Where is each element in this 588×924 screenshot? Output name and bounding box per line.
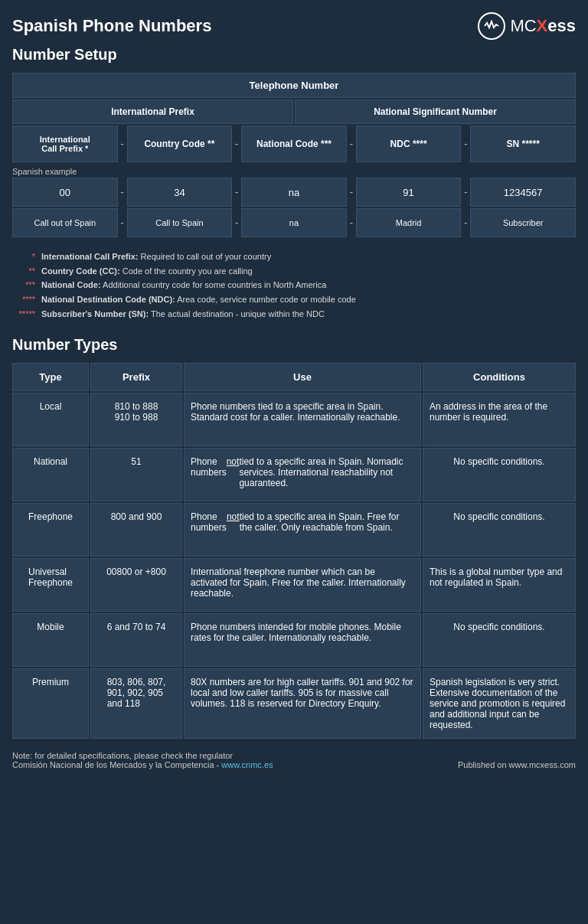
use-mobile: Phone numbers intended for mobile phones… [184,613,421,667]
type-universal-freephone: Universal Freephone [12,558,89,612]
note-text-3: National Code: Additional country code f… [41,278,576,292]
name-madrid: Madrid [356,208,462,237]
number-types-title: Number Types [12,336,576,354]
footer-right: Published on www.mcxess.com [458,760,576,769]
col-use: Use [184,363,421,391]
conditions-local: An address in the area of the number is … [423,393,576,446]
col-prefix: Prefix [90,363,182,391]
table-row-freephone: Freephone 800 and 900 Phone numbers not … [12,503,576,557]
footer-regulator: Comisión Nacional de los Mercados y la C… [12,760,273,769]
use-freephone: Phone numbers not tied to a specific are… [184,503,421,557]
name-call-to-spain: Call to Spain [127,208,233,237]
note-text-1: International Call Prefix: Required to c… [41,250,576,264]
table-header-row: Type Prefix Use Conditions [12,363,576,391]
telephone-number-label: Telephone Number [12,73,576,98]
note-text-2: Country Code (CC): Code of the country y… [41,264,576,279]
note-row-1: * International Call Prefix: Required to… [12,250,576,264]
example-values-row: 00 - 34 - na - 91 - 1234567 [12,178,576,207]
sep-v3: - [347,178,356,207]
value-1234567: 1234567 [470,178,576,207]
conditions-freephone: No specific conditions. [423,503,576,557]
name-subscriber: Subscriber [470,208,576,237]
page-title: Spanish Phone Numbers [12,16,211,36]
conditions-mobile: No specific conditions. [423,613,576,667]
sep-v2: - [232,178,241,207]
page-header: Spanish Phone Numbers MCXess [12,12,576,40]
number-types-section: Number Types Type Prefix Use Conditions … [12,336,576,739]
footer-regulator-label: Comisión Nacional de los Mercados y la C… [12,760,221,769]
example-names-row: Call out of Spain - Call to Spain - na -… [12,208,576,237]
footer-left: Note: for detailed specifications, pleas… [12,751,273,769]
sep-n4: - [461,208,470,237]
logo-text: MCXess [510,16,576,36]
note-row-2: ** Country Code (CC): Code of the countr… [12,264,576,279]
use-universal-freephone: International freephone number which can… [184,558,421,612]
table-row-local: Local 810 to 888 910 to 988 Phone number… [12,393,576,446]
codes-row: International Call Prefix * - Country Co… [12,126,576,162]
conditions-premium: Spanish legislation is very strict. Exte… [423,668,576,739]
footer-published: Published on www.mcxess.com [458,760,576,769]
col-type: Type [12,363,89,391]
table-row-universal-freephone: Universal Freephone 00800 or +800 Intern… [12,558,576,612]
sep-3: - [347,126,356,162]
ndc-label: NDC **** [356,126,462,162]
note-row-3: *** National Code: Additional country co… [12,278,576,292]
note-asterisk-4: **** [12,292,35,307]
prefix-premium: 803, 806, 807, 901, 902, 905 and 118 [90,668,182,739]
sep-v1: - [118,178,127,207]
value-00: 00 [12,178,118,207]
name-na: na [241,208,347,237]
prefix-national: 51 [90,448,182,501]
number-types-table: Type Prefix Use Conditions Local 810 to … [12,363,576,739]
international-prefix-label: International Prefix [12,100,293,124]
type-mobile: Mobile [12,613,89,667]
intl-call-prefix-label: International Call Prefix * [12,126,118,162]
type-premium: Premium [12,668,89,739]
table-row-mobile: Mobile 6 and 70 to 74 Phone numbers inte… [12,613,576,667]
note-text-5: Subscriber's Number (SN): The actual des… [41,307,576,322]
number-setup-section: Number Setup Telephone Number Internatio… [12,46,576,237]
notes-section: * International Call Prefix: Required to… [12,250,576,321]
sep-n3: - [347,208,356,237]
sep-2: - [232,126,241,162]
footer-regulator-link[interactable]: www.cnmc.es [221,760,273,769]
sn-label: SN ***** [470,126,576,162]
value-na: na [241,178,347,207]
conditions-universal-freephone: This is a global number type and not reg… [423,558,576,612]
example-label: Spanish example [12,167,576,176]
use-premium: 80X numbers are for high caller tariffs.… [184,668,421,739]
type-freephone: Freephone [12,503,89,557]
value-34: 34 [127,178,233,207]
use-local: Phone numbers tied to a specific area in… [184,393,421,446]
footer: Note: for detailed specifications, pleas… [12,751,576,769]
sep-v4: - [461,178,470,207]
note-asterisk-1: * [12,250,35,264]
sep-n1: - [118,208,127,237]
note-row-5: ***** Subscriber's Number (SN): The actu… [12,307,576,322]
prefix-mobile: 6 and 70 to 74 [90,613,182,667]
prefix-freephone: 800 and 900 [90,503,182,557]
name-call-out: Call out of Spain [12,208,118,237]
note-text-4: National Destination Code (NDC): Area co… [41,292,576,307]
table-row-national: National 51 Phone numbers not tied to a … [12,448,576,501]
logo-icon [478,12,505,40]
type-local: Local [12,393,89,446]
note-asterisk-5: ***** [12,307,35,322]
prefix-universal-freephone: 00800 or +800 [90,558,182,612]
sep-4: - [461,126,470,162]
sep-1: - [118,126,127,162]
number-setup-title: Number Setup [12,46,576,64]
value-91: 91 [356,178,462,207]
use-national: Phone numbers not tied to a specific are… [184,448,421,501]
note-asterisk-3: *** [12,278,35,292]
note-row-4: **** National Destination Code (NDC): Ar… [12,292,576,307]
conditions-national: No specific conditions. [423,448,576,501]
national-significant-number-label: National Significant Number [295,100,576,124]
sep-n2: - [232,208,241,237]
country-code-label: Country Code ** [127,126,233,162]
prefix-local: 810 to 888 910 to 988 [90,393,182,446]
col-conditions: Conditions [423,363,576,391]
national-code-label: National Code *** [241,126,347,162]
telephone-number-row: Telephone Number [12,73,576,98]
prefix-row: International Prefix National Significan… [12,100,576,124]
